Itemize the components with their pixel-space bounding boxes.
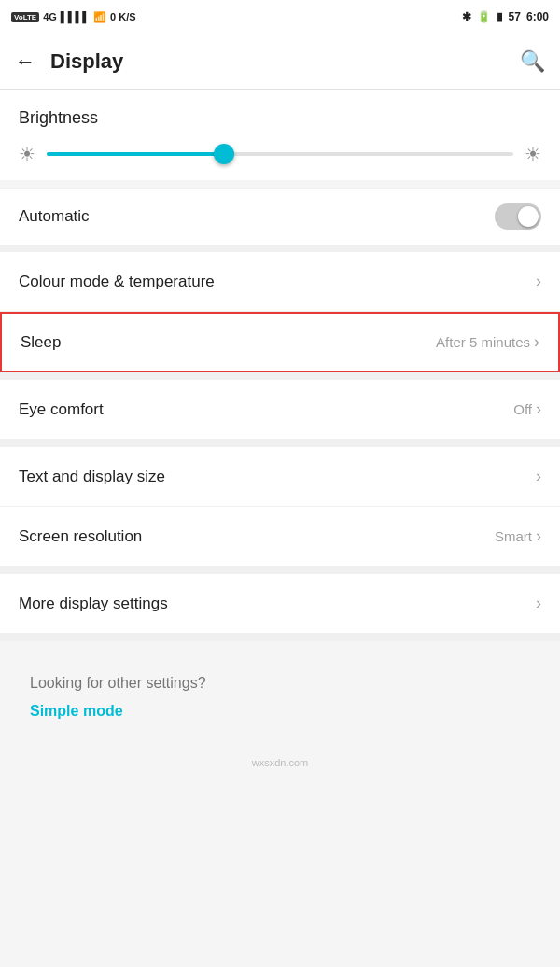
signal-4g: 4G [43, 11, 57, 22]
slider-fill [47, 152, 224, 156]
signal-bars: ▌▌▌▌ [61, 11, 90, 22]
eye-comfort-label: Eye comfort [19, 400, 104, 419]
clock: 6:00 [526, 10, 549, 23]
page-title: Display [50, 49, 123, 74]
battery-icon: ▮ [497, 10, 503, 23]
slider-track [47, 152, 513, 156]
colour-mode-label: Colour mode & temperature [19, 273, 215, 291]
header: ← Display 🔍 [0, 34, 560, 90]
brightness-title: Brightness [19, 108, 541, 128]
chevron-right-icon: › [536, 594, 541, 613]
battery-level: 57 [509, 10, 521, 23]
brightness-row: ☀ ☀ [19, 143, 541, 165]
chevron-right-icon: › [536, 467, 541, 486]
divider-4 [0, 567, 560, 574]
brightness-slider[interactable] [47, 145, 513, 163]
text-size-label: Text and display size [19, 468, 165, 486]
status-bar-right: ✱ 🔋 ▮ 57 6:00 [462, 10, 549, 23]
menu-item-more-settings[interactable]: More display settings › [0, 574, 560, 634]
data-speed: 0 K/S [110, 11, 136, 22]
sleep-value: After 5 minutes [436, 334, 530, 350]
menu-item-sleep[interactable]: Sleep After 5 minutes › [0, 312, 560, 372]
settings-card: Looking for other settings? Simple mode [11, 656, 549, 738]
divider-1 [0, 245, 560, 252]
chevron-right-icon: › [536, 399, 541, 419]
wifi-icon: 📶 [93, 11, 106, 23]
screen-resolution-label: Screen resolution [19, 527, 142, 546]
vibrate-icon: 🔋 [477, 10, 491, 23]
divider-3 [0, 440, 560, 447]
back-button[interactable]: ← [15, 49, 35, 74]
more-settings-label: More display settings [19, 595, 168, 613]
volte-indicator: VoLTE [11, 12, 39, 22]
menu-item-eye-comfort[interactable]: Eye comfort Off › [0, 380, 560, 440]
chevron-right-icon: › [536, 526, 541, 546]
sleep-right: After 5 minutes › [436, 332, 539, 352]
header-left: ← Display [15, 49, 123, 74]
menu-item-text-size[interactable]: Text and display size › [0, 447, 560, 507]
toggle-thumb [518, 206, 539, 227]
eye-comfort-value: Off [513, 401, 532, 417]
search-button[interactable]: 🔍 [520, 49, 545, 74]
settings-card-question: Looking for other settings? [30, 675, 530, 692]
screen-resolution-value: Smart [495, 528, 532, 544]
bluetooth-icon: ✱ [462, 10, 471, 23]
sun-dim-icon: ☀ [19, 143, 35, 165]
menu-item-colour-mode[interactable]: Colour mode & temperature › [0, 252, 560, 312]
sun-bright-icon: ☀ [525, 143, 541, 165]
sleep-label: Sleep [21, 333, 61, 352]
brightness-section: Brightness ☀ ☀ [0, 90, 560, 180]
menu-list: Colour mode & temperature › Sleep After … [0, 252, 560, 372]
divider-2 [0, 372, 560, 380]
status-bar: VoLTE 4G ▌▌▌▌ 📶 0 K/S ✱ 🔋 ▮ 57 6:00 [0, 0, 560, 34]
eye-comfort-right: Off › [513, 399, 541, 419]
watermark: wxsxdn.com [0, 753, 560, 772]
menu-item-screen-resolution[interactable]: Screen resolution Smart › [0, 507, 560, 567]
colour-mode-right: › [536, 272, 541, 291]
divider-5 [0, 634, 560, 641]
chevron-right-icon: › [534, 332, 539, 352]
status-bar-left: VoLTE 4G ▌▌▌▌ 📶 0 K/S [11, 11, 136, 23]
automatic-row[interactable]: Automatic [0, 188, 560, 245]
more-settings-right: › [536, 594, 541, 613]
screen-resolution-right: Smart › [495, 526, 541, 546]
chevron-right-icon: › [536, 272, 541, 291]
slider-thumb[interactable] [214, 144, 234, 164]
text-size-right: › [536, 467, 541, 486]
automatic-label: Automatic [19, 207, 90, 226]
automatic-toggle[interactable] [495, 203, 541, 230]
simple-mode-link[interactable]: Simple mode [30, 703, 123, 719]
